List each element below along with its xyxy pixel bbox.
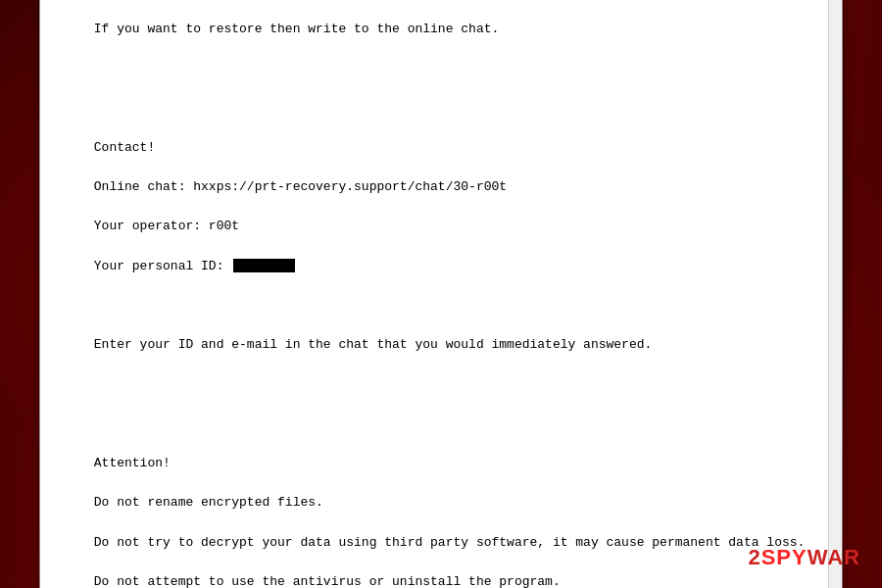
line-operator: Your operator: r00t: [94, 219, 239, 233]
watermark-text: 2SPYWAR: [748, 545, 860, 569]
watermark: 2SPYWAR: [748, 545, 860, 570]
line-personal-id: Your personal ID:: [94, 259, 295, 273]
notepad-window: *----=%$$$OPEN_ME_UP$$$=----.txt.txt - N…: [39, 0, 843, 588]
line-restore: If you want to restore then write to the…: [94, 22, 499, 36]
line-enter-id: Enter your ID and e-mail in the chat tha…: [94, 337, 653, 352]
line-no-decrypt: Do not try to decrypt your data using th…: [94, 535, 806, 550]
redacted-id: [233, 259, 294, 272]
vertical-scrollbar[interactable]: [828, 0, 842, 588]
text-area[interactable]: WHAT HAPPENED! Your important files prod…: [40, 0, 828, 588]
line-online-chat: Online chat: hxxps://prt-recovery.suppor…: [94, 179, 507, 194]
line-contact: Contact!: [94, 140, 155, 155]
line-no-antivirus: Do not attempt to use the antivirus or u…: [94, 574, 561, 588]
line-no-rename: Do not rename encrypted files.: [94, 495, 323, 510]
line-attention: Attention!: [94, 456, 171, 470]
content-wrapper: WHAT HAPPENED! Your important files prod…: [40, 0, 842, 588]
